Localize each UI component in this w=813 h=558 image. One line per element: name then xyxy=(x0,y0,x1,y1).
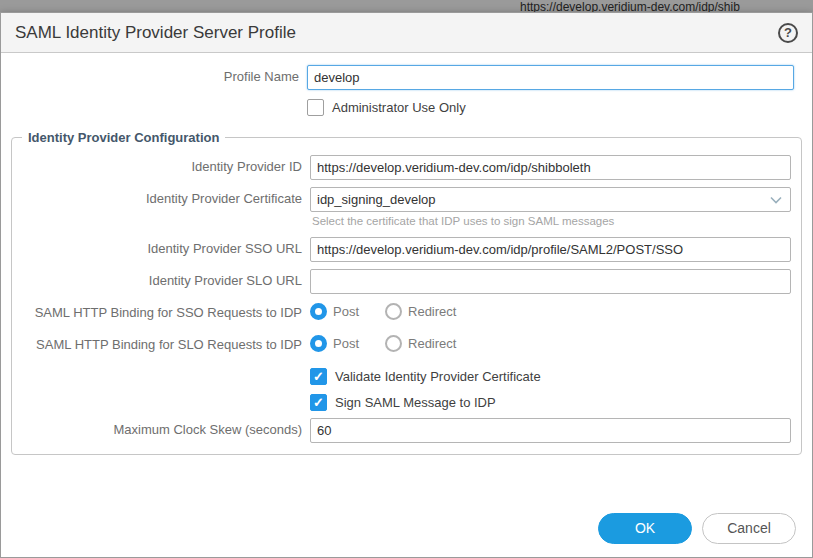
sso-binding-label: SAML HTTP Binding for SSO Requests to ID… xyxy=(12,301,310,321)
dialog-title: SAML Identity Provider Server Profile xyxy=(15,23,778,43)
cancel-button[interactable]: Cancel xyxy=(702,513,796,544)
clock-skew-label: Maximum Clock Skew (seconds) xyxy=(12,418,310,438)
slo-binding-post-label: Post xyxy=(333,336,359,351)
slo-url-row: Identity Provider SLO URL xyxy=(12,269,801,294)
idp-certificate-row: Identity Provider Certificate Select the… xyxy=(12,187,801,237)
ok-button[interactable]: OK xyxy=(598,513,692,544)
dialog-header: SAML Identity Provider Server Profile ? xyxy=(1,13,812,53)
dialog-body: Profile Name Administrator Use Only Iden… xyxy=(1,53,812,499)
slo-binding-row: SAML HTTP Binding for SLO Requests to ID… xyxy=(12,333,801,353)
slo-binding-label: SAML HTTP Binding for SLO Requests to ID… xyxy=(12,333,310,353)
admin-use-only-checkbox[interactable] xyxy=(307,99,324,116)
profile-name-row: Profile Name xyxy=(9,65,804,90)
sso-url-input[interactable] xyxy=(310,237,791,262)
validate-cert-row: Validate Identity Provider Certificate xyxy=(12,366,801,385)
idp-certificate-hint: Select the certificate that IDP uses to … xyxy=(310,212,791,237)
sso-binding-post-label: Post xyxy=(333,304,359,319)
idp-id-input[interactable] xyxy=(310,155,791,180)
sso-binding-redirect-label: Redirect xyxy=(408,304,456,319)
fieldset-legend: Identity Provider Configuration xyxy=(22,130,225,145)
slo-binding-post-radio[interactable] xyxy=(310,335,327,352)
sign-saml-row: Sign SAML Message to IDP xyxy=(12,392,801,411)
slo-url-label: Identity Provider SLO URL xyxy=(12,269,310,289)
chevron-down-icon[interactable] xyxy=(769,193,783,207)
idp-id-label: Identity Provider ID xyxy=(12,155,310,175)
slo-binding-redirect-label: Redirect xyxy=(408,336,456,351)
profile-name-input[interactable] xyxy=(307,65,794,90)
idp-certificate-select[interactable] xyxy=(310,187,791,212)
sso-binding-post-radio[interactable] xyxy=(310,303,327,320)
help-icon[interactable]: ? xyxy=(778,23,798,43)
clock-skew-input[interactable] xyxy=(310,418,791,443)
sso-url-row: Identity Provider SSO URL xyxy=(12,237,801,262)
idp-id-row: Identity Provider ID xyxy=(12,155,801,180)
sso-binding-row: SAML HTTP Binding for SSO Requests to ID… xyxy=(12,301,801,321)
validate-cert-checkbox[interactable] xyxy=(310,368,327,385)
sso-url-label: Identity Provider SSO URL xyxy=(12,237,310,257)
validate-cert-label: Validate Identity Provider Certificate xyxy=(335,369,541,384)
saml-idp-server-profile-dialog: SAML Identity Provider Server Profile ? … xyxy=(0,12,813,558)
admin-use-only-row: Administrator Use Only xyxy=(9,97,804,116)
clock-skew-row: Maximum Clock Skew (seconds) xyxy=(12,418,801,443)
slo-binding-redirect-radio[interactable] xyxy=(385,335,402,352)
idp-certificate-label: Identity Provider Certificate xyxy=(12,187,310,207)
sign-saml-checkbox[interactable] xyxy=(310,394,327,411)
identity-provider-configuration-fieldset: Identity Provider Configuration Identity… xyxy=(11,130,802,455)
slo-url-input[interactable] xyxy=(310,269,791,294)
sso-binding-redirect-radio[interactable] xyxy=(385,303,402,320)
sign-saml-label: Sign SAML Message to IDP xyxy=(335,395,496,410)
admin-use-only-label: Administrator Use Only xyxy=(332,100,466,115)
dialog-footer: OK Cancel xyxy=(1,499,812,557)
profile-name-label: Profile Name xyxy=(9,65,307,85)
